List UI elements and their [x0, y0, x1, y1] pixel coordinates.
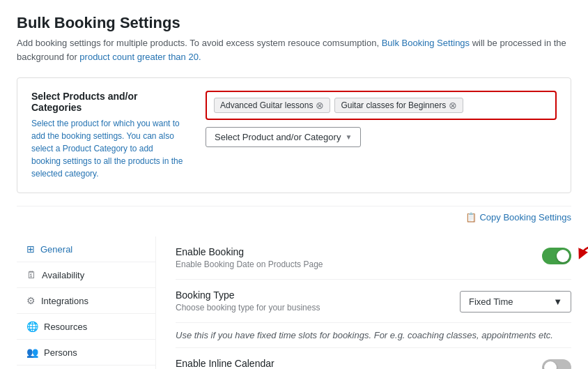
booking-type-dropdown[interactable]: Fixed Time ▼: [460, 291, 571, 312]
enable-booking-heading: Enable Booking: [176, 246, 542, 257]
booking-type-heading: Booking Type: [176, 289, 460, 301]
copy-booking-settings-link[interactable]: 📋 Copy Booking Settings: [465, 212, 571, 223]
inline-calendar-label-group: Enable Inline Calendar Enable Inline Cal…: [176, 358, 542, 369]
inline-calendar-toggle-knob: [544, 361, 557, 369]
enable-booking-toggle[interactable]: [542, 248, 571, 264]
page-description: Add booking settings for multiple produc…: [17, 36, 571, 63]
booking-type-description: Choose booking type for your business: [176, 303, 460, 312]
page-title: Bulk Booking Settings: [17, 14, 571, 32]
booking-type-info-text: Use this if you have fixed time slots fo…: [176, 330, 571, 340]
sidebar-label-integrations: Integrations: [41, 296, 88, 306]
main-content: Enable Booking Enable Booking Date on Pr…: [156, 236, 571, 369]
tag-remove-advanced-guitar[interactable]: ⊗: [316, 100, 324, 110]
resources-icon: 🌐: [26, 321, 38, 332]
bulk-booking-link[interactable]: Bulk Booking Settings: [382, 38, 470, 48]
page-wrapper: Bulk Booking Settings Add booking settin…: [0, 0, 588, 369]
persons-icon: 👥: [26, 347, 38, 358]
red-arrow-annotation: [575, 241, 588, 269]
sidebar-label-availability: Availability: [42, 270, 84, 280]
inline-calendar-row: Enable Inline Calendar Enable Inline Cal…: [176, 348, 571, 369]
sidebar-label-persons: Persons: [44, 347, 77, 358]
tag-label: Guitar classes for Beginners: [341, 100, 446, 110]
availability-icon: 🗓: [26, 269, 36, 280]
product-category-dropdown[interactable]: Select Product and/or Category ▼: [206, 127, 361, 147]
product-section-description: Select the product for which you want to…: [31, 117, 185, 180]
enable-booking-label-group: Enable Booking Enable Booking Date on Pr…: [176, 246, 542, 269]
enable-booking-description: Enable Booking Date on Products Page: [176, 259, 542, 269]
sidebar: ⊞ General 🗓 Availability ⚙ Integrations …: [17, 236, 156, 369]
sidebar-item-collapse-tabs[interactable]: ≡ Collapse Tabs: [17, 366, 155, 369]
sidebar-label-general: General: [40, 244, 72, 255]
inline-calendar-control: [542, 358, 571, 369]
dropdown-label: Select Product and/or Category: [215, 132, 341, 142]
inline-calendar-heading: Enable Inline Calendar: [176, 358, 542, 369]
booking-type-chevron-icon: ▼: [553, 296, 562, 307]
enable-booking-toggle-wrapper: [542, 248, 571, 264]
tag-advanced-guitar: Advanced Guitar lessons ⊗: [214, 98, 330, 113]
product-selector-card: Select Products and/or Categories Select…: [17, 77, 571, 193]
sidebar-item-persons[interactable]: 👥 Persons: [17, 340, 155, 366]
product-section-heading: Select Products and/or Categories: [31, 91, 185, 113]
settings-layout: ⊞ General 🗓 Availability ⚙ Integrations …: [17, 236, 571, 369]
tag-guitar-beginners: Guitar classes for Beginners ⊗: [334, 98, 463, 113]
tags-container: Advanced Guitar lessons ⊗ Guitar classes…: [206, 91, 557, 120]
copy-bar: 📋 Copy Booking Settings: [17, 206, 571, 228]
sidebar-label-resources: Resources: [44, 322, 87, 332]
enable-booking-control: [542, 246, 571, 264]
product-card-description: Select Products and/or Categories Select…: [31, 91, 185, 180]
general-icon: ⊞: [26, 243, 35, 255]
toggle-knob: [557, 250, 569, 262]
sidebar-item-general[interactable]: ⊞ General: [17, 236, 155, 262]
copy-icon: 📋: [465, 212, 477, 223]
sidebar-item-resources[interactable]: 🌐 Resources: [17, 314, 155, 340]
product-card-controls: Advanced Guitar lessons ⊗ Guitar classes…: [206, 91, 557, 147]
product-count-link[interactable]: product count greater than 20.: [79, 52, 201, 62]
tag-remove-guitar-beginners[interactable]: ⊗: [449, 100, 457, 110]
inline-calendar-toggle[interactable]: [542, 359, 571, 369]
booking-type-value: Fixed Time: [469, 296, 513, 307]
dropdown-chevron-icon: ▼: [345, 133, 352, 141]
booking-type-row: Booking Type Choose booking type for you…: [176, 280, 571, 323]
tag-label: Advanced Guitar lessons: [220, 100, 313, 110]
sidebar-item-availability[interactable]: 🗓 Availability: [17, 262, 155, 288]
copy-label: Copy Booking Settings: [479, 212, 571, 223]
sidebar-item-integrations[interactable]: ⚙ Integrations: [17, 288, 155, 314]
integrations-icon: ⚙: [26, 295, 36, 306]
enable-booking-row: Enable Booking Enable Booking Date on Pr…: [176, 236, 571, 280]
booking-type-info-row: Use this if you have fixed time slots fo…: [176, 323, 571, 348]
booking-type-control: Fixed Time ▼: [460, 289, 571, 312]
booking-type-label-group: Booking Type Choose booking type for you…: [176, 289, 460, 312]
